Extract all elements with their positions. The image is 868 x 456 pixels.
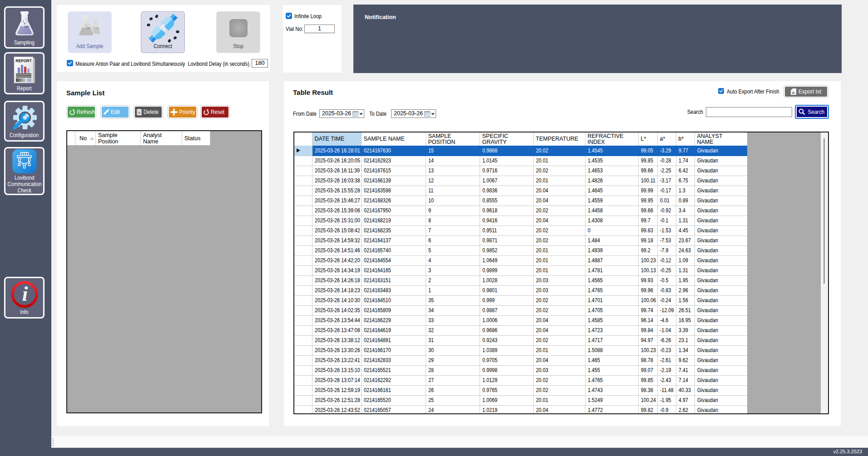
svg-text:REPORT: REPORT	[15, 59, 32, 63]
svg-text:i: i	[22, 282, 28, 305]
